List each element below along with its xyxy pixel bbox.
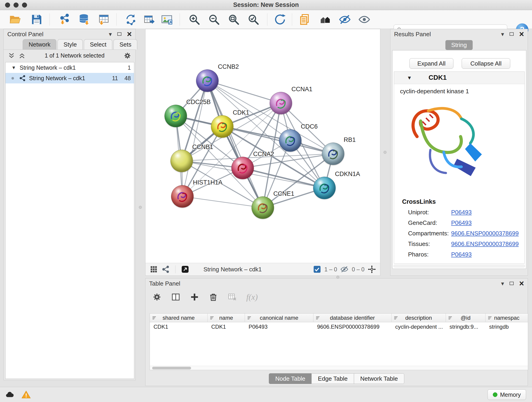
column-type-icon xyxy=(247,315,252,320)
vertical-splitter-handle[interactable] xyxy=(139,206,142,209)
close-panel-icon[interactable]: × xyxy=(127,31,132,38)
crosslink-value-link[interactable]: P06493 xyxy=(451,219,472,226)
new-network-icon[interactable] xyxy=(124,13,138,26)
float-panel-icon[interactable] xyxy=(510,32,514,36)
cloud-status-icon[interactable] xyxy=(3,389,16,400)
expand-all-button[interactable]: Expand All xyxy=(409,58,453,69)
open-session-icon[interactable] xyxy=(8,13,22,26)
import-network-database-icon[interactable] xyxy=(78,13,91,26)
column-header-description[interactable]: description xyxy=(392,313,446,322)
network-name: String Network – cdk1 xyxy=(29,75,105,82)
crosslink-value-link[interactable]: 9606.ENSP00000378699 xyxy=(451,240,519,248)
minimize-window-button[interactable] xyxy=(13,2,19,7)
tab-network[interactable]: Network xyxy=(23,39,56,50)
horizontal-splitter-handle[interactable] xyxy=(336,276,339,279)
close-panel-icon[interactable]: × xyxy=(519,31,524,38)
table-row[interactable]: CDK1CDK1P064939606.ENSP00000378699cyclin… xyxy=(150,322,528,332)
string-results-box: Expand All Collapse All ▼ CDK1 cyclin-de… xyxy=(392,50,526,269)
table-horizontal-scrollbar[interactable] xyxy=(150,366,528,370)
network-selection-row: 1 of 1 Network selected xyxy=(4,50,135,61)
new-table-icon[interactable] xyxy=(142,13,156,26)
pan-crosshair-icon[interactable] xyxy=(368,265,376,274)
crosslinks-title: CrossLinks xyxy=(402,198,436,205)
memory-button[interactable]: Memory xyxy=(488,389,526,400)
network-collection-row[interactable]: ▼ String Network – cdk1 1 xyxy=(6,62,134,73)
delete-table-icon[interactable] xyxy=(228,293,237,302)
network-node-CCNA2[interactable] xyxy=(231,157,254,179)
crosslink-value-link[interactable]: 9606.ENSP00000378699 xyxy=(451,230,519,237)
column-header-canonical-name[interactable]: canonical name xyxy=(245,313,313,322)
table-options-gear-icon[interactable] xyxy=(152,293,162,302)
show-columns-icon[interactable] xyxy=(171,293,180,302)
network-node-CCNE1[interactable] xyxy=(252,196,274,219)
apply-layout-icon[interactable] xyxy=(273,13,287,26)
zoom-in-icon[interactable] xyxy=(188,13,201,26)
selected-checkbox-icon[interactable] xyxy=(313,265,321,274)
tab-select[interactable]: Select xyxy=(84,39,112,50)
tab-network-table[interactable]: Network Table xyxy=(354,373,404,384)
crosslink-value-link[interactable]: P06493 xyxy=(451,251,472,258)
network-row[interactable]: String Network – cdk1 11 48 xyxy=(6,73,134,83)
column-header--id[interactable]: @id xyxy=(446,313,486,322)
function-builder-icon[interactable]: f(x) xyxy=(246,292,258,302)
results-horizontal-scrollbar[interactable] xyxy=(393,264,525,268)
hide-graphics-details-icon[interactable] xyxy=(338,13,351,26)
float-panel-icon[interactable] xyxy=(117,32,121,36)
expand-all-icon[interactable] xyxy=(18,52,26,59)
network-node-HIST1H1A[interactable] xyxy=(171,185,194,208)
tab-sets[interactable]: Sets xyxy=(114,39,137,50)
zoom-out-icon[interactable] xyxy=(207,13,221,26)
add-column-icon[interactable] xyxy=(190,293,199,302)
birds-eye-view-icon[interactable] xyxy=(150,265,158,274)
network-options-gear-icon[interactable] xyxy=(123,52,131,60)
tree-expand-icon[interactable]: ▼ xyxy=(12,65,16,70)
close-panel-icon[interactable]: × xyxy=(519,280,524,287)
network-node-CDC6[interactable] xyxy=(279,129,302,152)
network-node-CCNB2[interactable] xyxy=(196,70,219,92)
network-node-CCNB1[interactable] xyxy=(171,150,193,172)
delete-column-icon[interactable] xyxy=(209,293,218,302)
warning-icon[interactable] xyxy=(20,389,32,400)
home-icon[interactable] xyxy=(319,13,332,26)
network-node-RB1[interactable] xyxy=(322,143,344,165)
export-image-icon[interactable] xyxy=(160,13,173,26)
network-status-dot xyxy=(12,77,14,80)
zoom-fit-icon[interactable] xyxy=(227,13,240,26)
save-session-icon[interactable] xyxy=(30,13,43,26)
column-header-name[interactable]: name xyxy=(208,313,245,322)
hidden-eye-slash-icon[interactable] xyxy=(340,265,348,274)
network-node-CDC25B[interactable] xyxy=(165,105,187,127)
tab-string[interactable]: String xyxy=(445,40,473,50)
import-table-file-icon[interactable] xyxy=(97,13,110,26)
column-header-namespac[interactable]: namespac xyxy=(486,313,528,322)
network-tree: ▼ String Network – cdk1 1 String Network… xyxy=(5,62,134,379)
close-window-button[interactable] xyxy=(5,2,10,7)
network-node-CDK1[interactable] xyxy=(211,115,234,138)
panel-menu-icon[interactable]: ▾ xyxy=(109,31,112,37)
documentation-icon[interactable] xyxy=(298,13,311,26)
collapse-entry-icon[interactable]: ▼ xyxy=(407,75,412,81)
network-node-CCNA1[interactable] xyxy=(270,92,292,114)
panel-menu-icon[interactable]: ▾ xyxy=(501,31,504,37)
float-panel-icon[interactable] xyxy=(510,282,514,285)
zoom-selected-icon[interactable] xyxy=(247,13,260,26)
column-header-database-identifier[interactable]: database identifier xyxy=(313,313,392,322)
external-link-icon[interactable] xyxy=(181,265,189,274)
network-graphic-icon[interactable] xyxy=(162,265,170,274)
column-header-shared-name[interactable]: shared name xyxy=(150,313,208,322)
collapse-all-icon[interactable] xyxy=(8,52,15,59)
tab-edge-table[interactable]: Edge Table xyxy=(312,373,354,384)
panel-menu-icon[interactable]: ▾ xyxy=(501,281,504,287)
import-network-file-icon[interactable] xyxy=(58,13,71,26)
tab-style[interactable]: Style xyxy=(57,39,83,50)
tab-node-table[interactable]: Node Table xyxy=(269,373,312,384)
network-node-CDKN1A[interactable] xyxy=(313,177,336,199)
crosslink-value-link[interactable]: P06493 xyxy=(451,209,472,216)
network-canvas[interactable]: CCNB2CCNA1CDC25BCDK1CDC6RB1CCNB1CCNA2CDK… xyxy=(146,29,380,263)
vertical-splitter-handle[interactable] xyxy=(384,151,386,154)
collapse-all-button[interactable]: Collapse All xyxy=(462,58,510,69)
zoom-window-button[interactable] xyxy=(22,2,27,7)
show-graphics-details-icon[interactable] xyxy=(358,13,371,26)
gene-entry-header[interactable]: ▼ CDK1 xyxy=(394,72,525,84)
scrollbar-thumb[interactable] xyxy=(152,367,191,370)
